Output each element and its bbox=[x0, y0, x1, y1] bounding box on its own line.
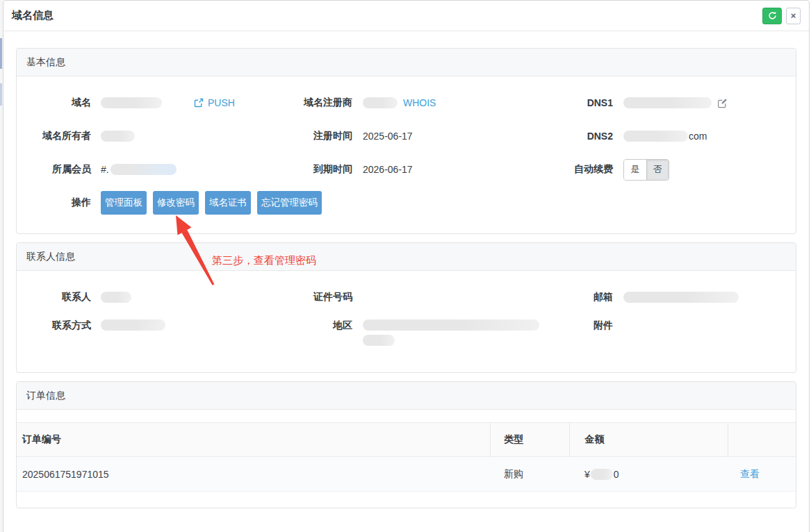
refresh-button[interactable] bbox=[762, 8, 782, 24]
order-table-gap bbox=[17, 410, 796, 422]
region-value-line1-redacted bbox=[363, 319, 539, 331]
basic-info-body: 域名 PUS bbox=[17, 76, 796, 233]
dns1-label: DNS1 bbox=[537, 97, 613, 108]
email-value-redacted bbox=[623, 292, 739, 303]
order-number-cell: 2025061751971015 bbox=[17, 457, 490, 492]
auto-renew-no-button[interactable]: 否 bbox=[646, 160, 669, 180]
contact-info-section: 联系人信息 联系人 证件号码 邮箱 bbox=[16, 242, 796, 373]
domain-info-modal: 域名信息 × 基本信息 bbox=[3, 0, 810, 532]
phone-label: 联系方式 bbox=[17, 319, 91, 332]
management-panel-button[interactable]: 管理面板 bbox=[101, 191, 147, 215]
region-value-line2-redacted bbox=[363, 335, 395, 346]
registrar-label: 域名注册商 bbox=[277, 97, 352, 109]
order-amount-cell: ¥ 0 bbox=[569, 457, 728, 492]
order-table-row: 2025061751971015 新购 ¥ 0 查看 bbox=[17, 457, 796, 492]
owner-value-redacted bbox=[101, 131, 135, 142]
order-info-title: 订单信息 bbox=[26, 390, 65, 402]
forgot-password-button[interactable]: 忘记管理密码 bbox=[257, 191, 322, 215]
phone-value-redacted bbox=[101, 319, 165, 331]
background-scrollbar-segment bbox=[0, 38, 2, 69]
email-label: 邮箱 bbox=[537, 291, 613, 304]
push-icon bbox=[194, 98, 204, 108]
basic-info-section-header: 基本信息 bbox=[17, 49, 796, 76]
background-scrollbar-segment bbox=[0, 83, 2, 106]
order-table-header-row: 订单编号 类型 金额 bbox=[17, 423, 796, 457]
amount-value-redacted bbox=[591, 469, 613, 480]
change-password-button[interactable]: 修改密码 bbox=[153, 191, 199, 215]
expire-time-value: 2026-06-17 bbox=[363, 164, 413, 175]
whois-link-label: WHOIS bbox=[403, 97, 436, 108]
dns1-value-redacted bbox=[623, 97, 712, 108]
modal-header: 域名信息 × bbox=[3, 1, 809, 31]
id-number-label: 证件号码 bbox=[277, 291, 352, 304]
dns2-value-redacted bbox=[623, 131, 688, 142]
contact-row-1: 联系人 证件号码 邮箱 bbox=[17, 281, 796, 314]
registrar-value-redacted bbox=[363, 97, 398, 108]
basic-row-4: 操作 管理面板 修改密码 域名证书 忘记管理密码 bbox=[17, 186, 796, 219]
push-link[interactable]: PUSH bbox=[194, 97, 235, 108]
modal-title: 域名信息 bbox=[12, 9, 54, 22]
domain-certificate-button[interactable]: 域名证书 bbox=[205, 191, 251, 215]
col-actions bbox=[728, 423, 796, 457]
contact-row-2: 联系方式 地区 附件 bbox=[17, 314, 796, 358]
whois-link[interactable]: WHOIS bbox=[403, 97, 436, 108]
contact-person-value-redacted bbox=[101, 292, 131, 303]
expire-time-label: 到期时间 bbox=[277, 163, 352, 176]
push-link-label: PUSH bbox=[208, 97, 235, 108]
order-info-section: 订单信息 订单编号 类型 金额 2025061751971015 新购 bbox=[16, 381, 796, 508]
attachment-label: 附件 bbox=[537, 319, 613, 332]
dns-edit-icon[interactable] bbox=[717, 98, 728, 108]
close-icon: × bbox=[791, 10, 796, 21]
member-prefix: #. bbox=[101, 164, 109, 175]
order-type-cell: 新购 bbox=[490, 457, 569, 492]
modal-header-actions: × bbox=[762, 8, 801, 24]
close-button[interactable]: × bbox=[786, 8, 801, 24]
refresh-icon bbox=[768, 11, 777, 20]
reg-time-value: 2025-06-17 bbox=[363, 131, 413, 142]
col-order-number: 订单编号 bbox=[17, 423, 490, 457]
contact-person-label: 联系人 bbox=[17, 291, 91, 304]
contact-info-section-header: 联系人信息 bbox=[17, 243, 796, 271]
reg-time-label: 注册时间 bbox=[277, 130, 352, 142]
member-value-redacted bbox=[110, 164, 177, 175]
col-amount: 金额 bbox=[569, 423, 728, 457]
order-table: 订单编号 类型 金额 2025061751971015 新购 ¥ bbox=[17, 422, 796, 492]
step-annotation-text: 第三步，查看管理密码 bbox=[212, 254, 316, 267]
amount-suffix: 0 bbox=[614, 469, 619, 480]
basic-info-section: 基本信息 域名 bbox=[16, 48, 796, 234]
auto-renew-label: 自动续费 bbox=[537, 163, 613, 176]
basic-row-2: 域名所有者 注册时间 2025-06-17 DNS2 com bbox=[17, 119, 796, 153]
basic-info-title: 基本信息 bbox=[26, 56, 65, 69]
dns2-suffix: com bbox=[689, 131, 707, 142]
basic-row-3: 所属会员 #. 到期时间 2026-06-17 自动续费 bbox=[17, 153, 796, 186]
auto-renew-toggle: 是 否 bbox=[623, 159, 669, 181]
amount-currency: ¥ bbox=[584, 469, 590, 480]
modal-body: 基本信息 域名 bbox=[3, 31, 809, 508]
actions-label: 操作 bbox=[17, 197, 91, 209]
contact-info-title: 联系人信息 bbox=[26, 251, 75, 263]
owner-label: 域名所有者 bbox=[17, 130, 91, 142]
contact-info-body: 联系人 证件号码 邮箱 联系方式 bbox=[17, 271, 796, 372]
col-type: 类型 bbox=[490, 423, 569, 457]
view-order-link[interactable]: 查看 bbox=[740, 468, 760, 481]
member-label: 所属会员 bbox=[17, 163, 91, 176]
domain-value-redacted bbox=[101, 97, 162, 108]
dns2-label: DNS2 bbox=[537, 131, 613, 142]
domain-label: 域名 bbox=[17, 97, 91, 109]
basic-row-1: 域名 PUS bbox=[17, 86, 796, 119]
auto-renew-yes-button[interactable]: 是 bbox=[624, 160, 646, 180]
region-label: 地区 bbox=[277, 319, 352, 332]
order-info-section-header: 订单信息 bbox=[17, 382, 796, 410]
